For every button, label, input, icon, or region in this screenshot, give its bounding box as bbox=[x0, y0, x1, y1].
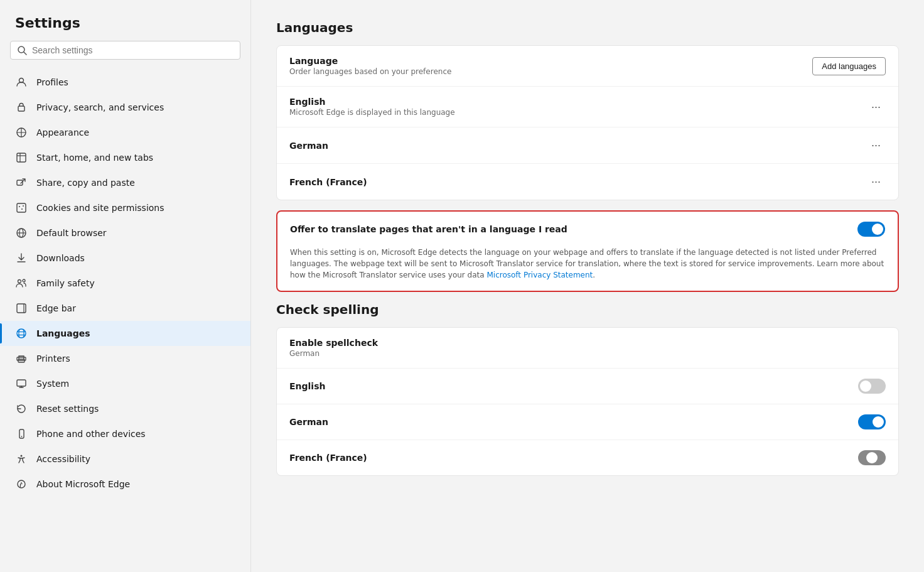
spellcheck-french-name: French (France) bbox=[289, 453, 858, 463]
accessibility-icon bbox=[15, 453, 28, 465]
spellcheck-card: Enable spellcheck German English German bbox=[276, 327, 899, 476]
sidebar-item-default-browser[interactable]: Default browser bbox=[0, 220, 250, 246]
translate-card: Offer to translate pages that aren't in … bbox=[276, 210, 899, 292]
spellcheck-french-slider bbox=[858, 450, 886, 465]
search-box[interactable] bbox=[10, 41, 240, 60]
svg-rect-10 bbox=[17, 203, 26, 212]
language-english-more-button[interactable]: ··· bbox=[866, 99, 886, 115]
sidebar-item-label-edgebar: Edge bar bbox=[36, 303, 76, 313]
sidebar-item-edgebar[interactable]: Edge bar bbox=[0, 296, 250, 321]
spellcheck-german-row: German bbox=[277, 404, 898, 440]
language-subtitle: Order languages based on your preference bbox=[289, 67, 812, 76]
svg-line-1 bbox=[24, 52, 26, 55]
sidebar: Settings Profiles Privacy, search, and s… bbox=[0, 0, 251, 572]
language-english-sub: Microsoft Edge is displayed in this lang… bbox=[289, 108, 866, 117]
sidebar-item-label-accessibility: Accessibility bbox=[36, 454, 90, 464]
svg-rect-5 bbox=[17, 153, 26, 162]
svg-point-18 bbox=[18, 280, 21, 283]
spellcheck-english-row: English bbox=[277, 369, 898, 404]
sidebar-item-label-appearance: Appearance bbox=[36, 127, 89, 138]
sidebar-item-languages[interactable]: Languages bbox=[0, 321, 250, 346]
enable-spellcheck-title: Enable spellcheck bbox=[289, 338, 886, 348]
privacy-statement-link[interactable]: Microsoft Privacy Statement bbox=[486, 271, 593, 279]
language-french-name: French (France) bbox=[289, 177, 866, 187]
spellcheck-french-row: French (France) bbox=[277, 440, 898, 475]
share-icon bbox=[15, 176, 28, 189]
sidebar-item-label-languages: Languages bbox=[36, 328, 90, 338]
browser-icon bbox=[15, 227, 28, 239]
enable-spellcheck-sub: German bbox=[289, 349, 886, 358]
sidebar-nav: Profiles Privacy, search, and services A… bbox=[0, 70, 250, 497]
language-card: Language Order languages based on your p… bbox=[276, 45, 899, 200]
system-icon bbox=[15, 377, 28, 390]
languages-icon bbox=[15, 327, 28, 340]
svg-point-11 bbox=[19, 206, 20, 207]
svg-point-19 bbox=[23, 279, 25, 282]
sidebar-item-label-browser: Default browser bbox=[36, 228, 107, 238]
sidebar-item-label-printers: Printers bbox=[36, 353, 70, 364]
sidebar-item-downloads[interactable]: Downloads bbox=[0, 246, 250, 271]
svg-point-13 bbox=[23, 205, 24, 207]
svg-point-27 bbox=[23, 359, 24, 360]
sidebar-item-start-home[interactable]: Start, home, and new tabs bbox=[0, 145, 250, 170]
spellcheck-english-name: English bbox=[289, 381, 858, 391]
downloads-icon bbox=[15, 252, 28, 264]
spellcheck-section-title: Check spelling bbox=[276, 302, 899, 317]
sidebar-item-cookies[interactable]: Cookies and site permissions bbox=[0, 195, 250, 220]
spellcheck-german-toggle[interactable] bbox=[858, 414, 886, 429]
language-german-row: German ··· bbox=[277, 127, 898, 164]
family-icon bbox=[15, 277, 28, 289]
sidebar-item-family[interactable]: Family safety bbox=[0, 271, 250, 296]
spellcheck-english-slider bbox=[858, 379, 886, 394]
spellcheck-english-toggle[interactable] bbox=[858, 379, 886, 394]
search-icon bbox=[17, 45, 27, 55]
svg-point-34 bbox=[21, 482, 22, 483]
translate-title: Offer to translate pages that aren't in … bbox=[290, 224, 857, 234]
language-title: Language bbox=[289, 56, 812, 66]
language-german-name: German bbox=[289, 141, 866, 151]
spellcheck-german-slider bbox=[858, 414, 886, 429]
languages-section-title: Languages bbox=[276, 20, 899, 35]
enable-spellcheck-row: Enable spellcheck German bbox=[277, 328, 898, 369]
sidebar-item-about[interactable]: About Microsoft Edge bbox=[0, 472, 250, 497]
sidebar-item-profiles[interactable]: Profiles bbox=[0, 70, 250, 95]
edgebar-icon bbox=[15, 302, 28, 315]
sidebar-item-reset[interactable]: Reset settings bbox=[0, 396, 250, 421]
svg-point-22 bbox=[17, 329, 26, 338]
sidebar-item-accessibility[interactable]: Accessibility bbox=[0, 446, 250, 472]
svg-point-12 bbox=[21, 208, 23, 210]
svg-rect-28 bbox=[17, 380, 26, 386]
phone-icon bbox=[15, 428, 28, 440]
sidebar-item-system[interactable]: System bbox=[0, 371, 250, 396]
language-french-more-button[interactable]: ··· bbox=[866, 174, 886, 190]
sidebar-item-printers[interactable]: Printers bbox=[0, 346, 250, 371]
sidebar-item-label-system: System bbox=[36, 379, 69, 389]
sidebar-item-phone[interactable]: Phone and other devices bbox=[0, 421, 250, 446]
sidebar-item-share[interactable]: Share, copy and paste bbox=[0, 170, 250, 195]
appearance-icon bbox=[15, 126, 28, 139]
sidebar-item-appearance[interactable]: Appearance bbox=[0, 120, 250, 145]
sidebar-item-label-start: Start, home, and new tabs bbox=[36, 153, 153, 163]
sidebar-item-label-phone: Phone and other devices bbox=[36, 429, 146, 439]
svg-rect-20 bbox=[17, 304, 26, 313]
translate-toggle[interactable] bbox=[857, 222, 885, 237]
search-input[interactable] bbox=[32, 45, 234, 55]
sidebar-item-label-share: Share, copy and paste bbox=[36, 178, 135, 188]
about-icon bbox=[15, 478, 28, 490]
add-languages-button[interactable]: Add languages bbox=[812, 57, 886, 75]
svg-point-33 bbox=[21, 455, 23, 457]
sidebar-item-label-family: Family safety bbox=[36, 278, 95, 288]
sidebar-item-label-cookies: Cookies and site permissions bbox=[36, 203, 164, 213]
sidebar-item-privacy[interactable]: Privacy, search, and services bbox=[0, 95, 250, 120]
translate-toggle-slider bbox=[857, 222, 885, 237]
spellcheck-french-toggle[interactable] bbox=[858, 450, 886, 465]
start-icon bbox=[15, 151, 28, 164]
language-english-row: English Microsoft Edge is displayed in t… bbox=[277, 87, 898, 127]
cookies-icon bbox=[15, 202, 28, 214]
language-german-more-button[interactable]: ··· bbox=[866, 138, 886, 153]
settings-title: Settings bbox=[0, 15, 250, 41]
privacy-icon bbox=[15, 101, 28, 114]
svg-rect-3 bbox=[18, 106, 24, 111]
printers-icon bbox=[15, 352, 28, 365]
language-english-name: English bbox=[289, 97, 866, 107]
